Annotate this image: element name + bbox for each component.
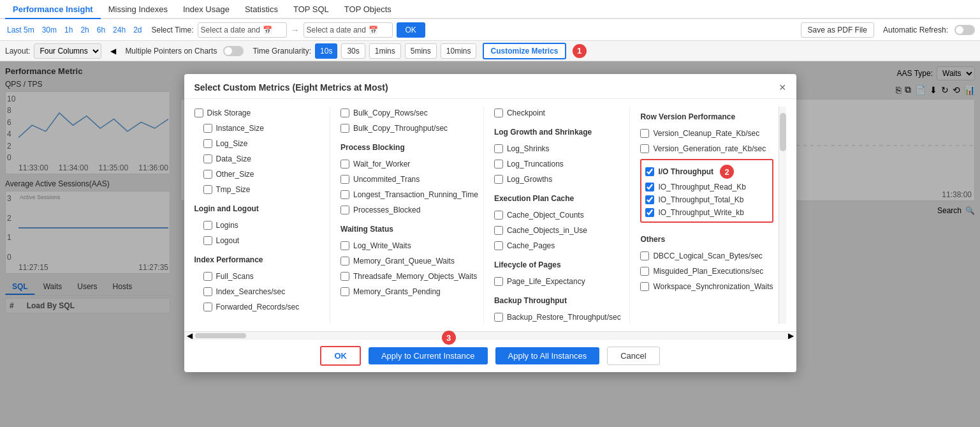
log-size-checkbox[interactable] (203, 139, 212, 148)
time-link-1h[interactable]: 1h (62, 26, 75, 34)
log-write-waits-label: Log_Write_Waits (353, 241, 411, 250)
horizontal-scrollbar[interactable]: ◀ ▶ (184, 331, 796, 339)
tab-statistics[interactable]: Statistics (237, 1, 286, 19)
customize-badge: 1 (573, 44, 587, 58)
log-growths-checkbox[interactable] (494, 175, 503, 184)
tmp-size-label: Tmp_Size (216, 185, 251, 194)
auto-refresh-toggle[interactable] (954, 25, 975, 35)
logins-checkbox[interactable] (203, 221, 212, 230)
layout-select[interactable]: Four Columns (34, 43, 101, 59)
time-link-6h[interactable]: 6h (95, 26, 107, 34)
mem-grant-queue-checkbox[interactable] (340, 257, 349, 266)
longest-trans-checkbox[interactable] (340, 190, 349, 199)
save-pdf-button[interactable]: Save as PDF File (801, 22, 874, 38)
misguided-plan-label: Misguided_Plan_Executions/sec (653, 267, 763, 276)
uncommited-trans-checkbox[interactable] (340, 175, 349, 184)
checkpoint-checkbox[interactable] (494, 109, 503, 117)
disk-storage-checkbox[interactable] (194, 109, 203, 117)
customize-metrics-button[interactable]: Customize Metrics (483, 43, 566, 59)
time-link-5m[interactable]: Last 5m (5, 26, 36, 34)
disk-storage-item[interactable]: Disk Storage (194, 107, 325, 119)
wait-for-worker-checkbox[interactable] (340, 160, 349, 169)
log-shrinks-label: Log_Shrinks (507, 144, 550, 153)
date-start-text: Select a date and (201, 26, 260, 34)
modal-ok-button[interactable]: OK (320, 346, 361, 366)
dbcc-logical-scan-checkbox[interactable] (640, 251, 649, 260)
log-write-waits-checkbox[interactable] (340, 241, 349, 250)
login-logout-label: Login and Logout (194, 203, 259, 214)
mem-grants-pending-checkbox[interactable] (340, 287, 349, 296)
layout-label: Layout: (5, 47, 30, 56)
processes-blocked-checkbox[interactable] (340, 206, 349, 214)
workspace-sync-checkbox[interactable] (640, 282, 649, 291)
gran-5min-button[interactable]: 5mins (405, 43, 437, 59)
cache-object-counts-checkbox[interactable] (494, 211, 503, 220)
gran-1min-button[interactable]: 1mins (369, 43, 401, 59)
log-truncations-checkbox[interactable] (494, 160, 503, 169)
multiple-pointers-toggle[interactable] (223, 46, 244, 56)
data-size-checkbox[interactable] (203, 154, 212, 163)
date-input-end[interactable]: Select a date and 📅 (304, 22, 393, 38)
modal-scrollbar[interactable] (779, 107, 786, 324)
version-cleanup-rate-checkbox[interactable] (640, 129, 649, 138)
longest-trans-label: Longest_Transaction_Running_Time (353, 190, 478, 199)
log-truncations-label: Log_Truncations (507, 160, 564, 169)
version-generation-rate-checkbox[interactable] (640, 144, 649, 153)
instance-size-checkbox[interactable] (203, 124, 212, 133)
backup-restore-checkbox[interactable] (494, 313, 503, 322)
threadsafe-mem-checkbox[interactable] (340, 272, 349, 281)
modal-apply-current-button[interactable]: Apply to Current Instance (369, 347, 488, 364)
bulk-copy-throughput-label: Bulk_Copy_Throughput/sec (353, 124, 448, 133)
io-total-kb-checkbox[interactable] (645, 195, 654, 204)
full-scans-checkbox[interactable] (203, 272, 212, 281)
log-shrinks-checkbox[interactable] (494, 144, 503, 153)
io-write-kb-checkbox[interactable] (645, 208, 654, 217)
time-link-24h[interactable]: 24h (111, 26, 128, 34)
checkpoint-label: Checkpoint (507, 109, 545, 117)
logout-checkbox[interactable] (203, 236, 212, 245)
mem-grant-queue-label: Memory_Grant_Queue_Waits (353, 257, 455, 266)
io-read-kb-checkbox[interactable] (645, 183, 654, 191)
io-throughput-checkbox[interactable] (645, 167, 654, 176)
time-link-30m[interactable]: 30m (40, 26, 59, 34)
tab-index-usage[interactable]: Index Usage (175, 1, 237, 19)
tmp-size-checkbox[interactable] (203, 185, 212, 194)
index-perf-label: Index Performance (194, 254, 263, 266)
tab-top-objects[interactable]: TOP Objects (337, 1, 399, 19)
forwarded-records-checkbox[interactable] (203, 303, 212, 311)
waiting-status-label: Waiting Status (340, 223, 393, 235)
modal-apply-all-button[interactable]: Apply to All Instances (495, 347, 600, 364)
gran-10min-button[interactable]: 10mins (441, 43, 477, 59)
cache-objects-in-use-checkbox[interactable] (494, 226, 503, 235)
tab-missing-indexes[interactable]: Missing Indexes (101, 1, 175, 19)
process-blocking-label: Process Blocking (340, 142, 405, 153)
modal-close-button[interactable]: × (779, 82, 786, 93)
wait-for-worker-label: Wait_for_Worker (353, 160, 410, 169)
index-searches-checkbox[interactable] (203, 287, 212, 296)
date-end-text: Select a date and (307, 26, 366, 34)
io-throughput-group-header[interactable]: I/O Throughput 2 (645, 163, 768, 181)
tab-top-sql[interactable]: TOP SQL (286, 1, 337, 19)
bulk-copy-rows-checkbox[interactable] (340, 109, 349, 117)
workspace-sync-label: Workspace_Synchronization_Waits (653, 282, 773, 291)
index-searches-label: Index_Searches/sec (216, 287, 286, 296)
forwarded-records-label: Forwarded_Records/sec (216, 303, 300, 311)
misguided-plan-checkbox[interactable] (640, 267, 649, 276)
bulk-copy-throughput-checkbox[interactable] (340, 124, 349, 133)
modal-overlay: Select Custom Metrics (Eight Metrics at … (0, 61, 980, 427)
time-ok-button[interactable]: OK (397, 22, 425, 38)
modal-cancel-button[interactable]: Cancel (607, 347, 659, 365)
page-life-expectancy-checkbox[interactable] (494, 277, 503, 286)
other-size-checkbox[interactable] (203, 170, 212, 179)
modal-header: Select Custom Metrics (Eight Metrics at … (184, 74, 796, 99)
gran-30s-button[interactable]: 30s (341, 43, 365, 59)
bulk-copy-rows-label: Bulk_Copy_Rows/sec (353, 109, 428, 117)
main-content: Performance Metric QPS / TPS 1086420 11:… (0, 61, 980, 427)
gran-10s-button[interactable]: 10s (315, 43, 337, 59)
auto-refresh-label: Automatic Refresh: (883, 26, 948, 34)
time-link-2h[interactable]: 2h (78, 26, 91, 34)
date-input-start[interactable]: Select a date and 📅 (198, 22, 287, 38)
tab-performance-insight[interactable]: Performance Insight (5, 1, 101, 19)
time-link-2d[interactable]: 2d (131, 26, 143, 34)
cache-pages-checkbox[interactable] (494, 241, 503, 250)
